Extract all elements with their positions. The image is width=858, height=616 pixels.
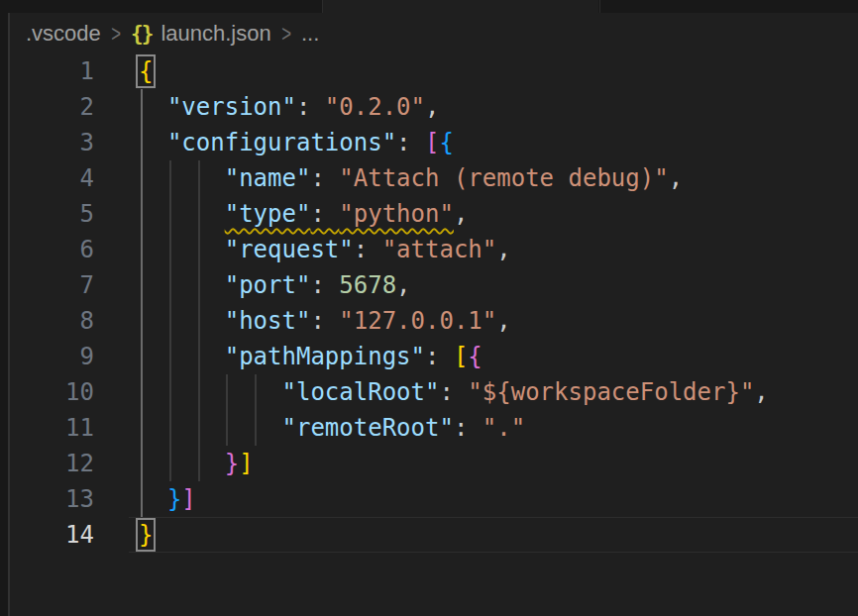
code-token: ,: [754, 378, 768, 406]
line-number[interactable]: 5: [0, 196, 94, 232]
code-text: }: [139, 517, 153, 553]
code-token: [139, 343, 225, 370]
code-token: "name": [225, 164, 311, 192]
code-token: "configurations": [167, 129, 396, 156]
breadcrumb-symbol-picker[interactable]: ...: [301, 21, 319, 47]
code-token: "python": [339, 200, 454, 228]
code-token: ,: [425, 93, 439, 121]
code-token: "port": [225, 271, 311, 299]
code-token: [139, 414, 282, 442]
line-number[interactable]: 7: [0, 267, 94, 303]
code-token: "version": [167, 93, 296, 121]
code-token: [139, 485, 167, 513]
code-token: ".": [483, 414, 525, 442]
line-number[interactable]: 9: [0, 339, 94, 374]
code-token: ]: [181, 485, 195, 513]
tab-active[interactable]: [323, 0, 598, 13]
code-token: :: [310, 271, 339, 299]
code-token: :: [454, 414, 483, 442]
line-number[interactable]: 6: [0, 232, 94, 267]
code-line[interactable]: 11 "remoteRoot": ".": [0, 410, 858, 446]
code-token: :: [296, 93, 325, 121]
line-number[interactable]: 12: [0, 446, 94, 481]
code-line[interactable]: 3 "configurations": [{: [0, 125, 858, 160]
code-line[interactable]: 4 "name": "Attach (remote debug)",: [0, 160, 858, 196]
chevron-right-icon: >: [281, 20, 291, 48]
breadcrumb-file[interactable]: launch.json: [161, 21, 270, 47]
code-text: }]: [139, 481, 196, 517]
code-token: [139, 450, 225, 477]
code-text: "localRoot": "${workspaceFolder}",: [139, 374, 769, 410]
line-number[interactable]: 10: [0, 374, 94, 410]
matched-bracket: {: [139, 57, 153, 85]
code-token: [139, 378, 282, 406]
code-token: ]: [239, 450, 253, 477]
breadcrumb-folder[interactable]: .vscode: [26, 21, 101, 47]
breadcrumb: .vscode > {} launch.json > ...: [10, 13, 858, 53]
code-token: [139, 164, 225, 192]
line-number[interactable]: 11: [0, 410, 94, 446]
code-token: "127.0.0.1": [339, 307, 496, 335]
code-token: ,: [669, 164, 683, 192]
code-token: "request": [225, 236, 354, 263]
code-token: ,: [496, 307, 510, 335]
code-text: }]: [139, 446, 254, 481]
code-token: [139, 129, 167, 156]
code-token: ,: [454, 200, 468, 228]
code-line[interactable]: 6 "request": "attach",: [0, 232, 858, 267]
code-text: "pathMappings": [{: [139, 339, 483, 374]
code-token: :: [354, 236, 382, 263]
line-number[interactable]: 13: [0, 481, 94, 517]
code-line[interactable]: 9 "pathMappings": [{: [0, 339, 858, 374]
code-token: ,: [496, 236, 510, 263]
code-line[interactable]: 12 }]: [0, 446, 858, 481]
code-token: :: [310, 164, 339, 192]
code-token: [139, 200, 225, 228]
json-braces-icon: {}: [131, 22, 152, 46]
line-number[interactable]: 14: [0, 517, 94, 553]
code-token: [139, 307, 225, 335]
code-token: }: [225, 450, 239, 477]
code-line[interactable]: 13 }]: [0, 481, 858, 517]
code-token: [139, 271, 225, 299]
code-line[interactable]: 7 "port": 5678,: [0, 267, 858, 303]
line-number[interactable]: 8: [0, 303, 94, 339]
code-token: ,: [396, 271, 410, 299]
code-token: :: [425, 343, 454, 370]
code-text: "port": 5678,: [139, 267, 411, 303]
code-token: "pathMappings": [225, 343, 425, 370]
code-line[interactable]: 8 "host": "127.0.0.1",: [0, 303, 858, 339]
chevron-right-icon: >: [111, 20, 121, 48]
code-token: [139, 93, 167, 121]
code-text: "host": "127.0.0.1",: [139, 303, 511, 339]
tab-bar: [0, 0, 858, 13]
tab-inactive-left[interactable]: [0, 0, 323, 13]
code-token: "localRoot": [282, 378, 440, 406]
code-token: "attach": [382, 236, 497, 263]
line-number[interactable]: 1: [0, 53, 94, 89]
editor-pane: .vscode > {} launch.json > ... 1{2 "vers…: [0, 0, 858, 616]
code-token: :: [439, 378, 468, 406]
code-token: "${workspaceFolder}": [468, 378, 754, 406]
code-text: "version": "0.2.0",: [139, 89, 439, 125]
code-text: "remoteRoot": ".": [139, 410, 525, 446]
code-text: "request": "attach",: [139, 232, 511, 267]
code-token: "0.2.0": [325, 93, 425, 121]
code-line[interactable]: 5 "type": "python",: [0, 196, 858, 232]
code-line[interactable]: 14}: [0, 517, 858, 553]
line-number[interactable]: 2: [0, 89, 94, 125]
code-line[interactable]: 2 "version": "0.2.0",: [0, 89, 858, 125]
code-text: "name": "Attach (remote debug)",: [139, 160, 683, 196]
code-token: {: [439, 129, 453, 156]
code-token: :: [396, 129, 425, 156]
code-token: "Attach (remote debug)": [339, 164, 668, 192]
code-line[interactable]: 1{: [0, 53, 858, 89]
code-line[interactable]: 10 "localRoot": "${workspaceFolder}",: [0, 374, 858, 410]
line-number[interactable]: 3: [0, 125, 94, 160]
line-number[interactable]: 4: [0, 160, 94, 196]
code-token: [139, 236, 225, 263]
tab-inactive-right[interactable]: [599, 0, 858, 13]
code-token: "type": [225, 200, 311, 228]
code-token: 5678: [339, 271, 396, 299]
code-token: }: [167, 485, 181, 513]
